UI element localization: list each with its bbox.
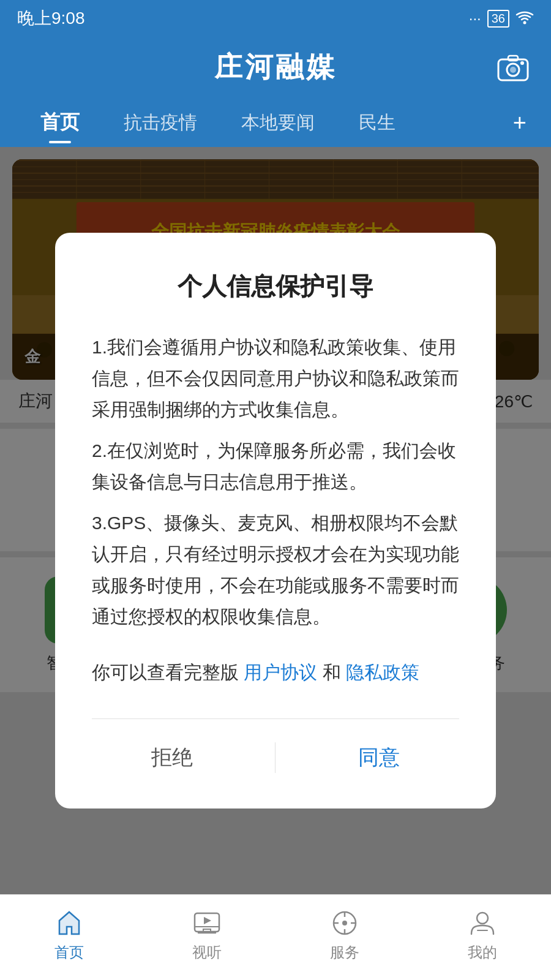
- bottom-tab-service-label: 服务: [330, 943, 359, 962]
- bottom-tab-service[interactable]: 服务: [329, 907, 361, 962]
- tab-home[interactable]: 首页: [18, 98, 102, 147]
- modal-link-intro: 你可以查看完整版: [92, 662, 239, 682]
- svg-point-5: [520, 61, 524, 65]
- modal-para-3: 3.GPS、摄像头、麦克风、相册权限均不会默认开启，只有经过明示授权才会在为实现…: [92, 507, 459, 632]
- modal-para-1: 1.我们会遵循用户协议和隐私政策收集、使用信息，但不会仅因同意用户协议和隐私政策…: [92, 331, 459, 425]
- svg-point-61: [477, 913, 488, 924]
- bottom-tab-home-label: 首页: [54, 943, 84, 962]
- service-icon: [329, 907, 361, 939]
- tab-epidemic[interactable]: 抗击疫情: [102, 98, 219, 147]
- wifi-icon: [515, 11, 534, 26]
- svg-rect-4: [508, 56, 518, 61]
- modal-and-text: 和: [323, 662, 341, 682]
- home-icon: [53, 907, 85, 939]
- media-icon: [191, 907, 223, 939]
- camera-button[interactable]: [497, 53, 529, 81]
- modal-buttons: 拒绝 同意: [92, 718, 459, 778]
- status-bar: 晚上9:08 ··· 36: [0, 0, 551, 37]
- modal-para-2: 2.在仅浏览时，为保障服务所必需，我们会收集设备信息与日志信息用于推送。: [92, 435, 459, 497]
- agree-button[interactable]: 同意: [321, 737, 437, 778]
- app-title: 庄河融媒: [214, 48, 337, 86]
- bottom-tab-home[interactable]: 首页: [53, 907, 85, 962]
- bottom-tab-profile[interactable]: 我的: [467, 907, 498, 962]
- button-divider: [275, 742, 276, 773]
- modal-body: 1.我们会遵循用户协议和隐私政策收集、使用信息，但不会仅因同意用户协议和隐私政策…: [92, 331, 459, 632]
- battery-icon: 36: [487, 10, 509, 28]
- user-agreement-link[interactable]: 用户协议: [244, 662, 317, 682]
- bottom-tab-bar: 首页 视听 服务: [0, 894, 551, 980]
- bottom-tab-media-label: 视听: [192, 943, 222, 962]
- bottom-tab-media[interactable]: 视听: [191, 907, 223, 962]
- signal-icon: ···: [469, 10, 481, 27]
- tab-livelihood[interactable]: 民生: [337, 98, 418, 147]
- app-header: 庄河融媒: [0, 37, 551, 98]
- add-tab-button[interactable]: +: [507, 110, 533, 136]
- main-content: 全国抗击新冠肺炎疫情表彰大会 金: [0, 147, 551, 894]
- bottom-tab-profile-label: 我的: [468, 943, 497, 962]
- status-time: 晚上9:08: [17, 7, 85, 30]
- modal-dialog: 个人信息保护引导 1.我们会遵循用户协议和隐私政策收集、使用信息，但不会仅因同意…: [55, 233, 496, 809]
- reject-button[interactable]: 拒绝: [114, 737, 230, 778]
- user-icon: [467, 907, 498, 939]
- modal-link-row: 你可以查看完整版 用户协议 和 隐私政策: [92, 657, 459, 688]
- status-icons: ··· 36: [469, 10, 534, 28]
- modal-title: 个人信息保护引导: [92, 270, 459, 303]
- modal-overlay: 个人信息保护引导 1.我们会遵循用户协议和隐私政策收集、使用信息，但不会仅因同意…: [0, 147, 551, 894]
- svg-marker-54: [204, 917, 211, 924]
- tab-local-news[interactable]: 本地要闻: [219, 98, 337, 147]
- privacy-policy-link[interactable]: 隐私政策: [346, 662, 419, 682]
- svg-point-56: [342, 921, 347, 925]
- svg-point-3: [510, 67, 516, 73]
- nav-tabs: 首页 抗击疫情 本地要闻 民生 +: [0, 98, 551, 147]
- svg-point-0: [523, 21, 527, 24]
